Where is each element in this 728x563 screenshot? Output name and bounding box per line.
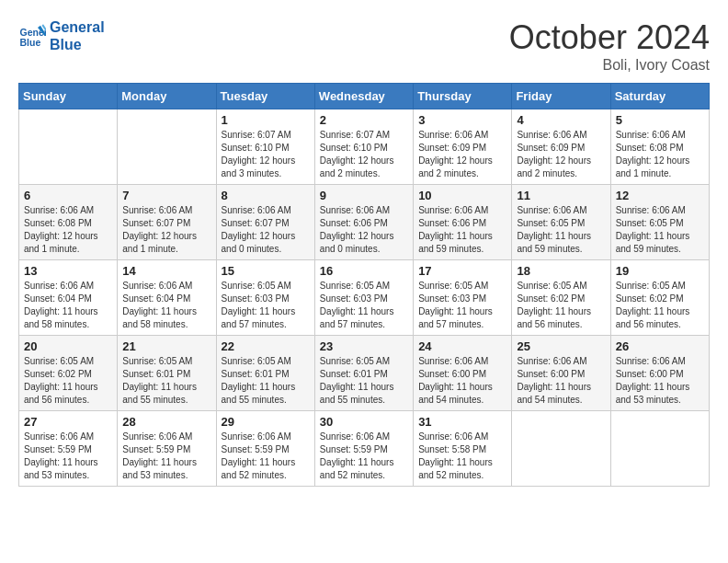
day-info: Sunrise: 6:06 AM Sunset: 5:59 PM Dayligh… [122, 431, 210, 482]
logo-icon: General Blue [18, 22, 46, 50]
calendar-day-cell: 14Sunrise: 6:06 AM Sunset: 6:04 PM Dayli… [118, 260, 216, 336]
calendar-week-row: 1Sunrise: 6:07 AM Sunset: 6:10 PM Daylig… [19, 109, 710, 185]
day-number: 5 [616, 113, 704, 127]
weekday-header-cell: Thursday [414, 84, 512, 109]
calendar-day-cell: 20Sunrise: 6:05 AM Sunset: 6:02 PM Dayli… [19, 336, 118, 411]
calendar-day-cell: 17Sunrise: 6:05 AM Sunset: 6:03 PM Dayli… [414, 260, 512, 336]
calendar-day-cell: 8Sunrise: 6:06 AM Sunset: 6:07 PM Daylig… [216, 185, 314, 260]
day-number: 13 [24, 264, 112, 278]
day-info: Sunrise: 6:06 AM Sunset: 6:04 PM Dayligh… [24, 280, 112, 331]
day-number: 25 [517, 339, 605, 353]
calendar-day-cell: 9Sunrise: 6:06 AM Sunset: 6:06 PM Daylig… [314, 185, 413, 260]
day-number: 30 [320, 415, 408, 429]
weekday-header-cell: Saturday [610, 84, 709, 109]
day-info: Sunrise: 6:06 AM Sunset: 6:07 PM Dayligh… [122, 204, 210, 256]
page-header: General Blue General Blue October 2024 B… [18, 18, 710, 74]
weekday-header-cell: Friday [512, 84, 610, 109]
day-number: 23 [320, 339, 408, 353]
day-info: Sunrise: 6:06 AM Sunset: 6:08 PM Dayligh… [24, 204, 112, 256]
weekday-header-cell: Wednesday [314, 84, 413, 109]
day-number: 12 [616, 189, 704, 202]
calendar-day-cell: 26Sunrise: 6:06 AM Sunset: 6:00 PM Dayli… [610, 336, 709, 411]
day-number: 7 [122, 189, 210, 202]
day-number: 27 [24, 415, 112, 429]
day-number: 29 [222, 415, 310, 429]
day-info: Sunrise: 6:06 AM Sunset: 6:05 PM Dayligh… [616, 204, 704, 256]
calendar-week-row: 27Sunrise: 6:06 AM Sunset: 5:59 PM Dayli… [19, 411, 710, 487]
day-number: 10 [418, 189, 506, 202]
logo: General Blue General Blue [18, 18, 105, 53]
day-info: Sunrise: 6:06 AM Sunset: 6:00 PM Dayligh… [517, 355, 605, 407]
weekday-header-cell: Tuesday [216, 84, 314, 109]
day-info: Sunrise: 6:06 AM Sunset: 6:05 PM Dayligh… [517, 204, 605, 256]
calendar-day-cell: 12Sunrise: 6:06 AM Sunset: 6:05 PM Dayli… [610, 185, 709, 260]
day-info: Sunrise: 6:06 AM Sunset: 5:59 PM Dayligh… [24, 431, 112, 482]
day-info: Sunrise: 6:06 AM Sunset: 6:08 PM Dayligh… [616, 129, 704, 180]
day-info: Sunrise: 6:05 AM Sunset: 6:01 PM Dayligh… [222, 355, 310, 407]
day-number: 26 [616, 339, 704, 353]
day-number: 28 [122, 415, 210, 429]
calendar-day-cell [118, 109, 216, 185]
calendar-day-cell: 18Sunrise: 6:05 AM Sunset: 6:02 PM Dayli… [512, 260, 610, 336]
day-info: Sunrise: 6:05 AM Sunset: 6:03 PM Dayligh… [418, 280, 506, 331]
calendar-day-cell: 29Sunrise: 6:06 AM Sunset: 5:59 PM Dayli… [216, 411, 314, 487]
day-info: Sunrise: 6:06 AM Sunset: 6:00 PM Dayligh… [616, 355, 704, 407]
location: Boli, Ivory Coast [509, 57, 710, 74]
calendar-day-cell: 30Sunrise: 6:06 AM Sunset: 5:59 PM Dayli… [314, 411, 413, 487]
day-info: Sunrise: 6:06 AM Sunset: 6:06 PM Dayligh… [320, 204, 408, 256]
calendar-day-cell [610, 411, 709, 487]
month-title: October 2024 [509, 18, 710, 57]
calendar-day-cell [512, 411, 610, 487]
calendar-day-cell: 11Sunrise: 6:06 AM Sunset: 6:05 PM Dayli… [512, 185, 610, 260]
day-number: 20 [24, 339, 112, 353]
day-info: Sunrise: 6:06 AM Sunset: 5:58 PM Dayligh… [418, 431, 506, 482]
calendar-day-cell: 16Sunrise: 6:05 AM Sunset: 6:03 PM Dayli… [314, 260, 413, 336]
day-info: Sunrise: 6:06 AM Sunset: 5:59 PM Dayligh… [222, 431, 310, 482]
calendar-day-cell: 3Sunrise: 6:06 AM Sunset: 6:09 PM Daylig… [414, 109, 512, 185]
weekday-header-row: SundayMondayTuesdayWednesdayThursdayFrid… [19, 84, 710, 109]
calendar-day-cell: 24Sunrise: 6:06 AM Sunset: 6:00 PM Dayli… [414, 336, 512, 411]
day-info: Sunrise: 6:06 AM Sunset: 6:07 PM Dayligh… [222, 204, 310, 256]
calendar-week-row: 20Sunrise: 6:05 AM Sunset: 6:02 PM Dayli… [19, 336, 710, 411]
day-info: Sunrise: 6:06 AM Sunset: 6:00 PM Dayligh… [418, 355, 506, 407]
calendar-day-cell: 4Sunrise: 6:06 AM Sunset: 6:09 PM Daylig… [512, 109, 610, 185]
day-info: Sunrise: 6:05 AM Sunset: 6:01 PM Dayligh… [122, 355, 210, 407]
day-number: 6 [24, 189, 112, 202]
calendar-day-cell: 23Sunrise: 6:05 AM Sunset: 6:01 PM Dayli… [314, 336, 413, 411]
day-number: 2 [320, 113, 408, 127]
day-info: Sunrise: 6:05 AM Sunset: 6:01 PM Dayligh… [320, 355, 408, 407]
calendar-day-cell: 5Sunrise: 6:06 AM Sunset: 6:08 PM Daylig… [610, 109, 709, 185]
day-number: 31 [418, 415, 506, 429]
calendar-day-cell: 27Sunrise: 6:06 AM Sunset: 5:59 PM Dayli… [19, 411, 118, 487]
day-info: Sunrise: 6:05 AM Sunset: 6:02 PM Dayligh… [517, 280, 605, 331]
calendar-day-cell: 1Sunrise: 6:07 AM Sunset: 6:10 PM Daylig… [216, 109, 314, 185]
calendar-day-cell: 19Sunrise: 6:05 AM Sunset: 6:02 PM Dayli… [610, 260, 709, 336]
day-info: Sunrise: 6:07 AM Sunset: 6:10 PM Dayligh… [320, 129, 408, 180]
day-number: 8 [222, 189, 310, 202]
weekday-header-cell: Monday [118, 84, 216, 109]
day-info: Sunrise: 6:06 AM Sunset: 6:06 PM Dayligh… [418, 204, 506, 256]
calendar-day-cell: 6Sunrise: 6:06 AM Sunset: 6:08 PM Daylig… [19, 185, 118, 260]
calendar-week-row: 6Sunrise: 6:06 AM Sunset: 6:08 PM Daylig… [19, 185, 710, 260]
calendar-day-cell: 7Sunrise: 6:06 AM Sunset: 6:07 PM Daylig… [118, 185, 216, 260]
day-number: 14 [122, 264, 210, 278]
day-info: Sunrise: 6:06 AM Sunset: 5:59 PM Dayligh… [320, 431, 408, 482]
day-number: 9 [320, 189, 408, 202]
day-info: Sunrise: 6:06 AM Sunset: 6:09 PM Dayligh… [517, 129, 605, 180]
day-info: Sunrise: 6:05 AM Sunset: 6:03 PM Dayligh… [320, 280, 408, 331]
calendar-day-cell: 22Sunrise: 6:05 AM Sunset: 6:01 PM Dayli… [216, 336, 314, 411]
day-info: Sunrise: 6:07 AM Sunset: 6:10 PM Dayligh… [222, 129, 310, 180]
day-number: 16 [320, 264, 408, 278]
calendar-day-cell: 31Sunrise: 6:06 AM Sunset: 5:58 PM Dayli… [414, 411, 512, 487]
logo-text: General Blue [50, 18, 105, 53]
calendar-day-cell [19, 109, 118, 185]
day-number: 15 [222, 264, 310, 278]
day-number: 1 [222, 113, 310, 127]
calendar-day-cell: 28Sunrise: 6:06 AM Sunset: 5:59 PM Dayli… [118, 411, 216, 487]
day-number: 19 [616, 264, 704, 278]
day-number: 3 [418, 113, 506, 127]
day-number: 17 [418, 264, 506, 278]
day-number: 11 [517, 189, 605, 202]
title-block: October 2024 Boli, Ivory Coast [509, 18, 710, 74]
calendar-day-cell: 25Sunrise: 6:06 AM Sunset: 6:00 PM Dayli… [512, 336, 610, 411]
